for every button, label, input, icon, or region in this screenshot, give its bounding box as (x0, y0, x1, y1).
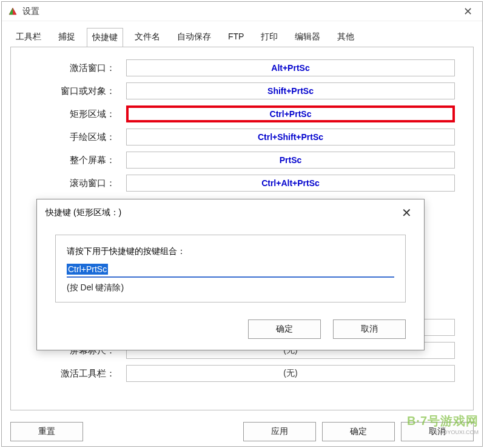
tab-1[interactable]: 捕捉 (53, 27, 81, 47)
tabs: 工具栏捕捉快捷键文件名自动保存FTP打印编辑器其他 (2, 21, 482, 47)
hotkey-row-2: 矩形区域：Ctrl+PrtSc (29, 105, 455, 122)
window-title: 设置 (22, 6, 460, 17)
bottom-bar: 重置 应用 确定 取消 (2, 422, 482, 441)
tab-2[interactable]: 快捷键 (87, 28, 123, 47)
hotkey-row-1: 窗口或对象：Shift+PrtSc (29, 82, 455, 99)
hotkey-label: 整个屏幕： (29, 155, 126, 166)
hotkey-field[interactable]: Shift+PrtSc (126, 82, 455, 99)
dialog-prompt: 请按下用于快捷键的按键组合： (67, 246, 394, 257)
tab-7[interactable]: 编辑器 (289, 27, 326, 47)
app-icon (8, 7, 18, 16)
hotkey-label: 滚动窗口： (29, 178, 126, 189)
dialog-close-button[interactable]: ✕ (398, 206, 415, 220)
hotkey-field[interactable]: Ctrl+Shift+PrtSc (126, 129, 455, 145)
trailing-label: 激活工具栏： (29, 368, 126, 379)
dialog-buttons: 确定 取消 (37, 311, 424, 350)
tab-0[interactable]: 工具栏 (10, 27, 47, 47)
cancel-button[interactable]: 取消 (401, 422, 474, 441)
hotkey-field[interactable]: PrtSc (126, 152, 455, 169)
hotkey-row-5: 滚动窗口：Ctrl+Alt+PrtSc (29, 175, 455, 192)
dialog-title: 快捷键 (矩形区域：) (45, 207, 398, 218)
hotkey-input[interactable]: Ctrl+PrtSc (67, 262, 394, 278)
dialog-hint: (按 Del 键清除) (67, 283, 394, 293)
trailing-field[interactable]: (无) (126, 365, 455, 382)
hotkey-field[interactable]: Alt+PrtSc (126, 59, 455, 76)
dialog-cancel-button[interactable]: 取消 (333, 319, 406, 339)
dialog-ok-button[interactable]: 确定 (248, 319, 321, 339)
hotkey-row-0: 激活窗口：Alt+PrtSc (29, 59, 455, 76)
dialog-inner: 请按下用于快捷键的按键组合： Ctrl+PrtSc (按 Del 键清除) (55, 235, 406, 303)
window-close-button[interactable]: ✕ (460, 5, 476, 18)
apply-button[interactable]: 应用 (243, 422, 316, 441)
titlebar: 设置 ✕ (2, 2, 482, 21)
hotkey-row-3: 手绘区域：Ctrl+Shift+PrtSc (29, 129, 455, 145)
dialog-body: 请按下用于快捷键的按键组合： Ctrl+PrtSc (按 Del 键清除) (37, 222, 424, 311)
hotkey-field[interactable]: Ctrl+Alt+PrtSc (126, 175, 455, 192)
dialog-titlebar: 快捷键 (矩形区域：) ✕ (37, 199, 424, 222)
hotkey-dialog: 快捷键 (矩形区域：) ✕ 请按下用于快捷键的按键组合： Ctrl+PrtSc … (36, 199, 425, 350)
hotkey-input-value: Ctrl+PrtSc (67, 264, 108, 275)
tab-6[interactable]: 打印 (255, 27, 283, 47)
hotkey-label: 激活窗口： (29, 62, 126, 74)
hotkey-label: 矩形区域： (29, 109, 126, 120)
trailing-row-2: 激活工具栏：(无) (29, 365, 455, 382)
hotkey-label: 手绘区域： (29, 132, 126, 143)
tab-8[interactable]: 其他 (332, 27, 360, 47)
tab-4[interactable]: 自动保存 (172, 27, 217, 47)
reset-button[interactable]: 重置 (10, 422, 83, 441)
ok-button[interactable]: 确定 (322, 422, 395, 441)
hotkey-field[interactable]: Ctrl+PrtSc (126, 105, 455, 122)
tab-3[interactable]: 文件名 (129, 27, 166, 47)
tab-5[interactable]: FTP (223, 27, 249, 47)
hotkey-row-4: 整个屏幕：PrtSc (29, 152, 455, 169)
hotkey-label: 窗口或对象： (29, 85, 126, 97)
